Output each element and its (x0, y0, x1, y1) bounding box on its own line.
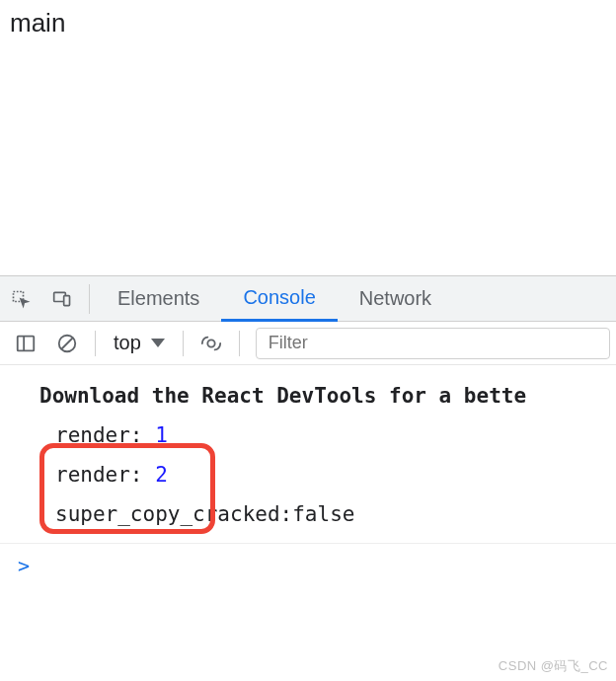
console-toolbar: top (0, 322, 616, 365)
log-row: render: 1 (0, 416, 616, 456)
log-label: render: (55, 463, 155, 487)
svg-point-7 (207, 340, 214, 346)
watermark: CSDN @码飞_CC (499, 657, 608, 675)
svg-rect-3 (18, 336, 35, 350)
log-value: 2 (155, 463, 168, 487)
log-row: render: 2 (0, 456, 616, 495)
context-selector[interactable]: top (104, 332, 175, 354)
divider (95, 331, 96, 356)
svg-line-6 (62, 338, 73, 348)
sidebar-toggle-icon[interactable] (6, 324, 45, 363)
tab-elements[interactable]: Elements (96, 276, 221, 322)
device-toggle-icon[interactable] (41, 276, 83, 322)
browser-page-area: main (0, 0, 616, 276)
inspect-element-icon[interactable] (0, 276, 41, 322)
tab-console[interactable]: Console (221, 276, 337, 322)
log-row: Download the React DevTools for a bette (0, 377, 616, 416)
context-label: top (114, 332, 141, 354)
chevron-down-icon (151, 339, 165, 347)
log-label: render: (55, 423, 155, 447)
log-value: 1 (155, 423, 168, 447)
filter-input[interactable] (256, 328, 610, 359)
tab-network[interactable]: Network (338, 276, 453, 322)
log-row: super_copy_cracked:false (0, 495, 616, 535)
divider (239, 331, 240, 356)
devtools-tab-bar: Elements Console Network (0, 276, 616, 322)
divider (89, 284, 90, 314)
live-expression-icon[interactable] (192, 324, 231, 363)
devtools-panel: Elements Console Network top (0, 276, 616, 577)
clear-console-icon[interactable] (47, 324, 87, 363)
console-prompt[interactable]: > (0, 543, 616, 577)
console-output: Download the React DevTools for a bette … (0, 365, 616, 577)
divider (183, 331, 184, 356)
svg-rect-2 (64, 295, 70, 305)
page-text-main: main (10, 8, 65, 38)
